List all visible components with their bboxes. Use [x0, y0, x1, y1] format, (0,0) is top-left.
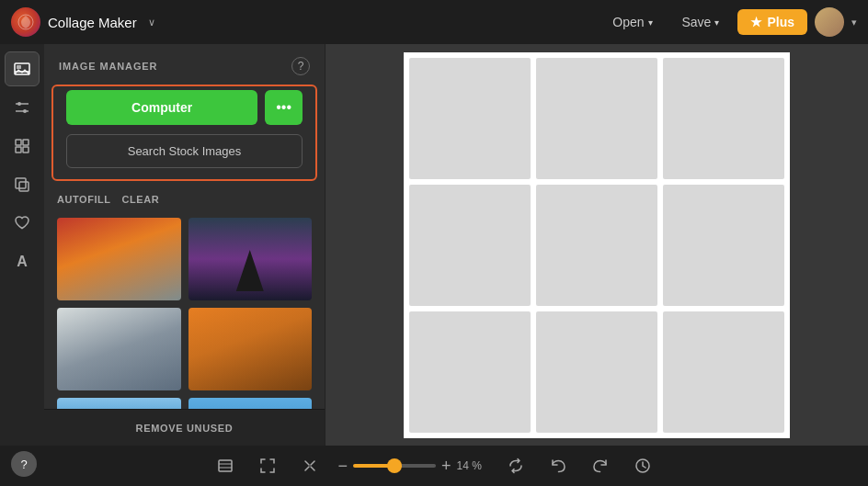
sidebar-panel: IMAGE MANAGER ? Computer ••• Search Stoc… — [44, 44, 326, 446]
stock-images-button[interactable]: Search Stock Images — [66, 134, 303, 168]
svg-point-7 — [23, 109, 27, 113]
expand-icon[interactable] — [295, 451, 325, 480]
collage-cell-2[interactable] — [536, 58, 657, 179]
collage-cell-3[interactable] — [663, 58, 784, 179]
avatar-chevron-icon: ▾ — [851, 17, 857, 28]
app-chevron-icon[interactable]: ∨ — [148, 17, 155, 28]
thumbnail-3[interactable] — [57, 308, 181, 390]
star-icon: ★ — [750, 15, 762, 29]
plus-button[interactable]: ★ Plus — [737, 9, 807, 35]
image-manager-icon[interactable] — [5, 51, 40, 86]
topbar: Collage Maker ∨ Open ▾ Save ▾ ★ Plus ▾ — [0, 0, 868, 44]
remove-unused-button[interactable]: REMOVE UNUSED — [44, 409, 325, 446]
image-manager-section: Computer ••• Search Stock Images — [51, 85, 317, 181]
zoom-in-button[interactable]: + — [441, 457, 451, 476]
svg-rect-2 — [17, 65, 21, 69]
upload-btn-row: Computer ••• — [66, 90, 303, 125]
help-icon[interactable]: ? — [291, 57, 310, 75]
icon-rail: A — [0, 44, 44, 446]
favorites-icon[interactable] — [5, 206, 40, 241]
collage-cell-4[interactable] — [409, 185, 531, 306]
svg-rect-9 — [23, 140, 29, 145]
more-options-button[interactable]: ••• — [265, 90, 303, 125]
svg-rect-14 — [219, 460, 232, 471]
collage-canvas[interactable] — [404, 52, 790, 438]
thumbnail-6[interactable] — [188, 398, 313, 409]
main-content: A IMAGE MANAGER ? Computer ••• Search St… — [0, 44, 868, 446]
zoom-controls: − + 14 % — [337, 457, 487, 476]
fit-screen-icon[interactable] — [253, 451, 282, 480]
redo-icon[interactable] — [586, 451, 615, 480]
layers-icon[interactable] — [211, 451, 240, 480]
collage-cell-9[interactable] — [663, 311, 784, 433]
svg-rect-11 — [23, 147, 29, 153]
clear-button[interactable]: CLEAR — [122, 194, 160, 205]
collage-cell-8[interactable] — [536, 311, 657, 433]
repeat-icon[interactable] — [501, 451, 531, 480]
collage-cell-1[interactable] — [409, 58, 531, 179]
svg-rect-10 — [16, 147, 21, 153]
save-chevron-icon: ▾ — [714, 17, 719, 28]
computer-button[interactable]: Computer — [66, 90, 257, 125]
app-name: Collage Maker — [48, 15, 137, 30]
svg-rect-13 — [19, 182, 29, 191]
open-chevron-icon: ▾ — [648, 17, 653, 28]
image-grid — [44, 214, 325, 409]
zoom-slider[interactable] — [353, 464, 436, 468]
zoom-percentage: 14 % — [457, 459, 488, 472]
thumbnail-2[interactable] — [188, 218, 313, 300]
thumbnail-1[interactable] — [57, 218, 181, 300]
bottom-toolbar: ? − + 14 % — [0, 446, 868, 486]
history-icon[interactable] — [628, 451, 657, 480]
avatar[interactable] — [815, 7, 844, 37]
save-button[interactable]: Save ▾ — [671, 9, 731, 35]
text-icon[interactable]: A — [5, 244, 40, 279]
svg-rect-12 — [16, 178, 26, 188]
autofill-button[interactable]: AUTOFILL — [57, 194, 111, 205]
thumbnail-4[interactable] — [188, 308, 313, 390]
collage-cell-6[interactable] — [663, 185, 784, 306]
svg-rect-8 — [16, 140, 21, 145]
layout-icon[interactable] — [5, 129, 40, 164]
undo-icon[interactable] — [543, 451, 573, 480]
svg-point-5 — [17, 102, 21, 106]
adjustments-icon[interactable] — [5, 90, 40, 125]
open-button[interactable]: Open ▾ — [601, 9, 663, 35]
sidebar-header: IMAGE MANAGER ? — [44, 44, 325, 85]
collage-cell-7[interactable] — [409, 311, 531, 433]
zoom-out-button[interactable]: − — [337, 457, 348, 476]
collage-cell-5[interactable] — [536, 185, 657, 306]
help-button[interactable]: ? — [11, 451, 37, 477]
action-row: AUTOFILL CLEAR — [44, 190, 325, 214]
overlay-icon[interactable] — [5, 167, 40, 202]
app-logo[interactable] — [11, 7, 40, 37]
thumbnail-5[interactable] — [57, 398, 181, 409]
sidebar-title: IMAGE MANAGER — [59, 61, 157, 72]
canvas-area — [326, 44, 868, 446]
